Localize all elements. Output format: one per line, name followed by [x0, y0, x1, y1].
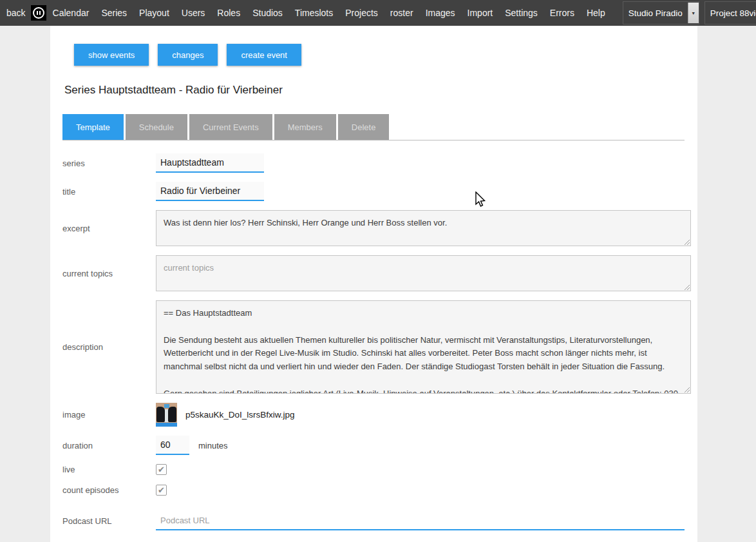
chevron-down-icon: ▼ — [688, 3, 699, 23]
title-input[interactable] — [156, 182, 264, 201]
nav-item-projects[interactable]: Projects — [345, 8, 378, 18]
title-row: title — [62, 182, 685, 201]
series-row: series — [62, 153, 685, 173]
main-content: show events changes create event Series … — [50, 26, 697, 542]
studio-select-value: Studio Piradio — [628, 8, 683, 18]
toolbar: show events changes create event — [74, 44, 685, 66]
nav-item-errors[interactable]: Errors — [550, 8, 574, 18]
project-select-value: Project 88vier — [710, 8, 756, 18]
live-label: live — [62, 465, 156, 474]
pause-circle-icon — [33, 7, 44, 19]
series-image-thumbnail[interactable] — [156, 403, 177, 427]
nav-item-roster[interactable]: roster — [390, 8, 413, 18]
current-topics-label: current topics — [62, 269, 156, 278]
description-label: description — [62, 342, 156, 352]
top-nav: back Calendar Series Playout Users Roles… — [0, 0, 756, 26]
series-input[interactable] — [156, 153, 264, 173]
tab-bar: Template Schedule Current Events Members… — [62, 114, 685, 140]
tab-members[interactable]: Members — [274, 114, 336, 140]
description-row: description == Das Hauptstadtteam Die Se… — [62, 300, 685, 394]
tab-template[interactable]: Template — [62, 114, 124, 140]
create-event-button[interactable]: create event — [227, 44, 301, 66]
tab-current-events[interactable]: Current Events — [189, 114, 272, 140]
nav-item-studios[interactable]: Studios — [252, 8, 283, 18]
nav-back[interactable]: back — [6, 8, 26, 18]
project-select[interactable]: Project 88vier ▼ — [704, 1, 756, 24]
description-textarea[interactable]: == Das Hauptstadtteam Die Sendung besteh… — [156, 300, 691, 394]
duration-unit-label: minutes — [198, 441, 228, 450]
count-episodes-label: count episodes — [62, 485, 156, 495]
current-topics-textarea[interactable] — [156, 255, 691, 291]
nav-item-users[interactable]: Users — [182, 8, 205, 18]
show-events-button[interactable]: show events — [74, 44, 149, 66]
template-form: series title excerpt Was ist denn hier l… — [62, 153, 685, 542]
image-filename: p5skauKk_DoI_lsrsBfxiw.jpg — [185, 410, 295, 420]
nav-item-import[interactable]: Import — [468, 8, 493, 18]
current-topics-row: current topics — [62, 255, 685, 291]
tab-schedule[interactable]: Schedule — [126, 114, 187, 140]
nav-item-settings[interactable]: Settings — [505, 8, 538, 18]
podcast-url-row: Podcast URL — [62, 511, 685, 530]
podcast-url-input[interactable] — [156, 511, 685, 530]
image-label: image — [62, 410, 156, 420]
title-label: title — [62, 187, 156, 197]
nav-item-timeslots[interactable]: Timeslots — [295, 8, 333, 18]
count-episodes-row: count episodes ✔ — [62, 485, 685, 496]
image-row: image p5skauKk_DoI_lsrsBfxiw.jpg — [62, 403, 685, 427]
duration-input[interactable] — [156, 436, 189, 455]
nav-item-roles[interactable]: Roles — [217, 8, 240, 18]
page-title: Series Hauptstadtteam - Radio für Vierbe… — [64, 84, 685, 97]
excerpt-row: excerpt Was ist denn hier los? Herr Schi… — [62, 210, 685, 246]
nav-item-help[interactable]: Help — [587, 8, 605, 18]
excerpt-textarea[interactable]: Was ist denn hier los? Herr Schinski, He… — [156, 210, 691, 246]
nav-item-images[interactable]: Images — [426, 8, 455, 18]
piradio-logo-icon[interactable] — [31, 5, 46, 21]
excerpt-label: excerpt — [62, 224, 156, 233]
nav-item-playout[interactable]: Playout — [139, 8, 169, 18]
duration-label: duration — [62, 441, 156, 450]
nav-item-series[interactable]: Series — [101, 8, 127, 18]
live-checkbox[interactable]: ✔ — [156, 464, 167, 475]
changes-button[interactable]: changes — [158, 44, 218, 66]
duration-row: duration minutes — [62, 436, 685, 455]
nav-item-calendar[interactable]: Calendar — [53, 8, 90, 18]
podcast-url-label: Podcast URL — [62, 516, 156, 526]
tab-delete[interactable]: Delete — [338, 114, 390, 140]
live-row: live ✔ — [62, 464, 685, 475]
series-label: series — [62, 159, 156, 168]
count-episodes-checkbox[interactable]: ✔ — [156, 485, 167, 496]
studio-select[interactable]: Studio Piradio ▼ — [623, 1, 699, 24]
